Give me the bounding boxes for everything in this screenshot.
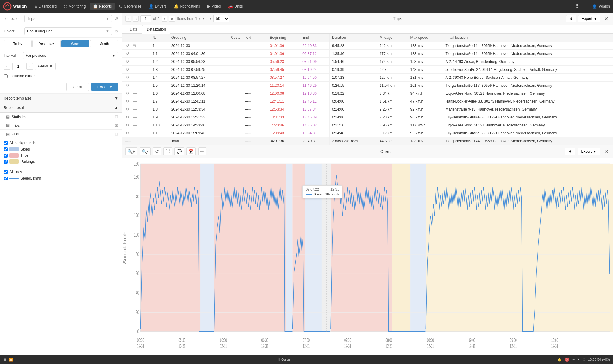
table-row[interactable]: ↺ — 1.62024-12-30 12:00:08-----12:00:081…: [122, 89, 613, 97]
user-section[interactable]: 👤 Wialon: [592, 4, 610, 9]
statistics-screen-icon[interactable]: ⊡: [115, 115, 118, 119]
bg-stops-checkbox[interactable]: [4, 147, 8, 151]
zoom-reset-btn[interactable]: ↺: [153, 147, 161, 155]
zoom-in-btn[interactable]: 🔍+: [125, 147, 137, 155]
notification-bell-icon[interactable]: 🔔: [557, 358, 562, 362]
logo[interactable]: wialon: [3, 2, 27, 11]
chat-btn[interactable]: 💬: [174, 147, 184, 155]
close-chart-btn[interactable]: ✕: [602, 148, 610, 155]
print-table-btn[interactable]: 🖨: [566, 15, 576, 22]
table-row[interactable]: ↺ — 1.112024-12-30 15:09:43-----15:09:43…: [122, 129, 613, 137]
date-tab[interactable]: Date: [125, 25, 142, 34]
report-templates-header[interactable]: Report templates ▼: [0, 94, 122, 103]
zoom-out-btn[interactable]: 🔍-: [140, 147, 151, 155]
row-refresh-icon[interactable]: ↺: [125, 59, 130, 64]
row-refresh-icon[interactable]: ↺: [125, 130, 130, 136]
including-current-checkbox[interactable]: [4, 74, 8, 78]
pen-btn[interactable]: ✏: [198, 147, 206, 155]
flag-icon[interactable]: ⚑: [577, 358, 580, 362]
per-page-select[interactable]: 5025100: [213, 15, 229, 22]
table-row[interactable]: ↺ — 1.82024-12-30 12:53:34-----12:53:341…: [122, 105, 613, 113]
table-row[interactable]: ↺ — 1.102024-12-30 14:23:46-----14:23:46…: [122, 121, 613, 129]
object-settings-icon[interactable]: ↺: [115, 29, 118, 34]
page-next-btn[interactable]: ›: [162, 16, 167, 22]
page-prev-btn[interactable]: ‹: [133, 16, 139, 22]
row-refresh-icon[interactable]: ↺: [125, 43, 130, 49]
bg-trips-checkbox[interactable]: [4, 154, 8, 158]
row-toggle-icon[interactable]: —: [131, 51, 138, 56]
row-toggle-icon[interactable]: —: [131, 130, 138, 136]
time-btn-month[interactable]: Month: [90, 40, 118, 47]
bg-parkings-checkbox[interactable]: [4, 160, 8, 164]
result-item-chart[interactable]: ▤ Chart ⊡: [0, 130, 122, 138]
table-row[interactable]: ↺ — 1.42024-12-30 08:57:27-----08:57:271…: [122, 74, 613, 82]
page-last-btn[interactable]: »: [169, 16, 175, 22]
nav-dashboard[interactable]: ⊞ Dashboard: [31, 3, 60, 10]
chart-screen-icon[interactable]: ⊡: [115, 132, 118, 136]
all-lines-checkbox[interactable]: [4, 170, 8, 174]
clear-button[interactable]: Clear: [66, 83, 89, 91]
row-refresh-icon[interactable]: ↺: [125, 114, 130, 120]
table-row[interactable]: ↺ — 1.72024-12-30 12:41:11-----12:41:111…: [122, 97, 613, 105]
table-row[interactable]: ↺ — 1.32024-12-30 07:59:45-----07:59:450…: [122, 66, 613, 74]
table-container[interactable]: № Grouping Custom field Beginning End Du…: [122, 34, 613, 145]
row-toggle-icon[interactable]: —: [131, 82, 138, 88]
row-refresh-icon[interactable]: ↺: [125, 122, 130, 128]
export-chart-btn[interactable]: Export ▼: [578, 148, 600, 155]
report-result-header[interactable]: Report result ▲: [0, 103, 122, 113]
template-settings-icon[interactable]: ↺: [115, 16, 118, 21]
time-btn-week[interactable]: Week: [61, 40, 89, 47]
row-toggle-icon[interactable]: —: [131, 90, 138, 96]
row-toggle-icon[interactable]: —: [131, 106, 138, 112]
row-refresh-icon[interactable]: ↺: [125, 90, 130, 96]
export-table-btn[interactable]: Export ▼: [578, 15, 600, 22]
stepper-input[interactable]: [12, 63, 24, 70]
nav-drivers[interactable]: 👤 Drivers: [146, 3, 170, 10]
table-row[interactable]: ↺ — 1.12024-12-30 04:01:36-----04:01:360…: [122, 50, 613, 58]
nav-reports[interactable]: 📋 Reports: [90, 3, 115, 10]
interval-select[interactable]: For previous ▼: [23, 52, 118, 59]
result-item-trips[interactable]: ▤ Trips ⊡: [0, 121, 122, 130]
row-refresh-icon[interactable]: ↺: [125, 82, 130, 88]
table-row[interactable]: ↺ — 1.22024-12-30 05:56:23-----05:56:230…: [122, 58, 613, 66]
row-toggle-icon[interactable]: —: [131, 122, 138, 128]
page-first-btn[interactable]: «: [125, 16, 131, 22]
fullscreen-btn[interactable]: ⛶: [163, 147, 172, 155]
detalization-tab[interactable]: Detalization: [142, 25, 170, 34]
envelope-icon[interactable]: ✉: [572, 358, 575, 362]
row-toggle-icon[interactable]: —: [131, 75, 138, 80]
time-btn-today[interactable]: Today: [4, 40, 32, 47]
row-toggle-icon[interactable]: ⊟: [131, 43, 137, 49]
table-row[interactable]: ↺ ⊟ 12024-12-30-----04:01:3620:40:339:45…: [122, 42, 613, 50]
stepper-next-btn[interactable]: ›: [26, 63, 33, 70]
result-item-statistics[interactable]: ▤ Statistics ⊡: [0, 113, 122, 121]
row-toggle-icon[interactable]: —: [131, 114, 138, 120]
page-input[interactable]: [140, 15, 151, 22]
speed-line-checkbox[interactable]: [4, 177, 8, 180]
row-refresh-icon[interactable]: ↺: [125, 67, 130, 72]
more-icon[interactable]: ⋮: [582, 2, 590, 10]
row-refresh-icon[interactable]: ↺: [125, 98, 130, 104]
time-btn-yesterday[interactable]: Yesterday: [32, 40, 60, 47]
stepper-prev-btn[interactable]: ‹: [4, 63, 10, 70]
calendar-btn[interactable]: 📅: [186, 147, 196, 155]
nav-video[interactable]: ▶ Video: [204, 3, 224, 10]
row-toggle-icon[interactable]: —: [131, 98, 138, 104]
row-refresh-icon[interactable]: ↺: [125, 75, 130, 80]
row-refresh-icon[interactable]: ↺: [125, 106, 130, 112]
nav-monitoring[interactable]: ◎ Monitoring: [61, 3, 89, 10]
execute-button[interactable]: Execute: [91, 83, 118, 91]
print-chart-btn[interactable]: 🖨: [565, 148, 575, 155]
template-select[interactable]: Trips ▼: [24, 15, 112, 22]
nav-units[interactable]: 🚗 Units: [225, 3, 246, 10]
trips-screen-icon[interactable]: ⊡: [115, 123, 118, 128]
chart-area[interactable]: 0 20 40 60 80 100 120 140 160: [122, 158, 613, 355]
table-row[interactable]: ↺ — 1.52024-12-30 11:20:14-----11:20:141…: [122, 82, 613, 89]
grid-icon[interactable]: ⠿: [574, 2, 580, 10]
nav-geofences[interactable]: ⬡ Geofences: [116, 3, 144, 10]
settings-icon[interactable]: ⚙: [582, 358, 586, 362]
row-refresh-icon[interactable]: ↺: [125, 51, 130, 56]
object-select[interactable]: EcoDriving Car ▼: [24, 27, 112, 35]
weeks-select[interactable]: weeks ▼: [35, 63, 56, 70]
all-backgrounds-checkbox[interactable]: [4, 141, 8, 145]
